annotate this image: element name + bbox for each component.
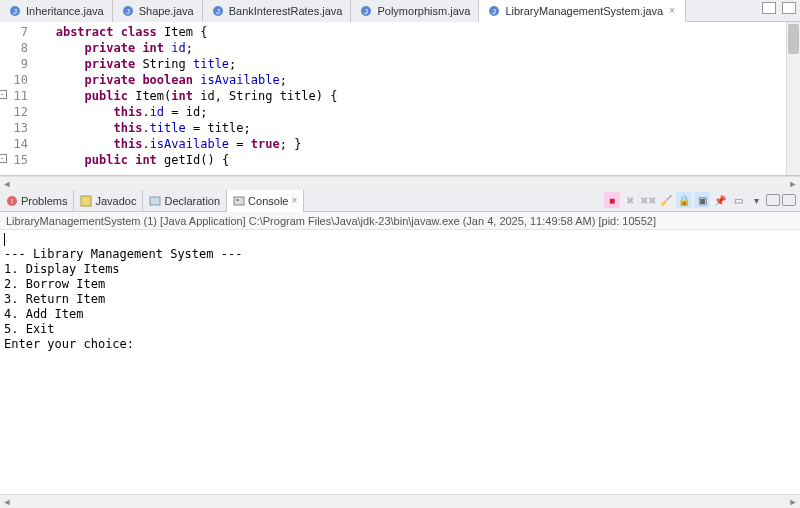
display-selected-button[interactable]: ▭: [730, 192, 746, 208]
fold-icon[interactable]: -: [0, 154, 7, 163]
scroll-lock-button[interactable]: 🔒: [676, 192, 692, 208]
show-console-button[interactable]: ▣: [694, 192, 710, 208]
svg-text:J: J: [126, 7, 130, 16]
view-tab-label: Declaration: [164, 195, 220, 207]
view-tab-problems[interactable]: ! Problems: [0, 190, 74, 212]
code-editor[interactable]: 7 8 9 10 -11 12 13 14 -15 abstract class…: [0, 22, 800, 176]
svg-text:!: !: [11, 197, 13, 206]
java-file-icon: J: [359, 4, 373, 18]
scroll-left-icon[interactable]: ◄: [2, 497, 12, 507]
window-controls: [762, 2, 796, 14]
minimize-button[interactable]: [762, 2, 776, 14]
java-file-icon: J: [487, 4, 501, 18]
tab-librarymanagementsystem[interactable]: J LibraryManagementSystem.java ×: [479, 0, 686, 22]
fold-icon[interactable]: -: [0, 90, 7, 99]
view-tab-console[interactable]: Console ×: [227, 190, 304, 212]
tab-shape[interactable]: J Shape.java: [113, 0, 203, 22]
tab-polymorphism[interactable]: J Polymorphism.java: [351, 0, 479, 22]
close-icon[interactable]: ×: [291, 195, 297, 206]
tab-bankinterestrates[interactable]: J BankInterestRates.java: [203, 0, 352, 22]
svg-rect-12: [81, 196, 91, 206]
minimize-view-button[interactable]: [766, 194, 780, 206]
close-icon[interactable]: ×: [667, 6, 677, 16]
tab-label: Polymorphism.java: [377, 5, 470, 17]
editor-tab-bar: J Inheritance.java J Shape.java J BankIn…: [0, 0, 800, 22]
editor-horizontal-scrollbar[interactable]: ◄ ►: [0, 176, 800, 190]
view-tab-label: Console: [248, 195, 288, 207]
tab-label: Inheritance.java: [26, 5, 104, 17]
svg-text:J: J: [364, 7, 368, 16]
remove-all-button[interactable]: ✖✖: [640, 192, 656, 208]
svg-text:J: J: [492, 7, 496, 16]
svg-text:J: J: [13, 7, 17, 16]
svg-rect-14: [234, 197, 244, 205]
javadoc-icon: [80, 195, 92, 207]
tab-label: LibraryManagementSystem.java: [505, 5, 663, 17]
problems-icon: !: [6, 195, 18, 207]
java-file-icon: J: [121, 4, 135, 18]
line-number-gutter: 7 8 9 10 -11 12 13 14 -15: [0, 22, 34, 175]
maximize-button[interactable]: [782, 2, 796, 14]
declaration-icon: [149, 195, 161, 207]
view-tab-javadoc[interactable]: Javadoc: [74, 190, 143, 212]
code-content[interactable]: abstract class Item { private int id; pr…: [34, 22, 786, 175]
editor-vertical-scrollbar[interactable]: [786, 22, 800, 175]
clear-console-button[interactable]: 🧹: [658, 192, 674, 208]
views-tab-bar: ! Problems Javadoc Declaration Console ×…: [0, 190, 800, 212]
scroll-left-icon[interactable]: ◄: [2, 179, 12, 189]
tab-label: Shape.java: [139, 5, 194, 17]
view-tab-label: Problems: [21, 195, 67, 207]
text-cursor: [4, 233, 5, 246]
tab-label: BankInterestRates.java: [229, 5, 343, 17]
open-console-button[interactable]: ▾: [748, 192, 764, 208]
pin-console-button[interactable]: 📌: [712, 192, 728, 208]
svg-text:J: J: [216, 7, 220, 16]
scrollbar-thumb[interactable]: [788, 24, 799, 54]
java-file-icon: J: [8, 4, 22, 18]
svg-rect-13: [150, 197, 160, 205]
tab-inheritance[interactable]: J Inheritance.java: [0, 0, 113, 22]
terminate-button[interactable]: ■: [604, 192, 620, 208]
console-icon: [233, 195, 245, 207]
java-file-icon: J: [211, 4, 225, 18]
console-output[interactable]: --- Library Management System --- 1. Dis…: [0, 230, 800, 494]
view-tab-declaration[interactable]: Declaration: [143, 190, 227, 212]
view-tab-label: Javadoc: [95, 195, 136, 207]
maximize-view-button[interactable]: [782, 194, 796, 206]
console-horizontal-scrollbar[interactable]: ◄ ►: [0, 494, 800, 508]
console-launch-info: LibraryManagementSystem (1) [Java Applic…: [0, 212, 800, 230]
console-toolbar: ■ ✖ ✖✖ 🧹 🔒 ▣ 📌 ▭ ▾: [604, 192, 796, 208]
scroll-right-icon[interactable]: ►: [788, 179, 798, 189]
scroll-right-icon[interactable]: ►: [788, 497, 798, 507]
remove-launch-button[interactable]: ✖: [622, 192, 638, 208]
